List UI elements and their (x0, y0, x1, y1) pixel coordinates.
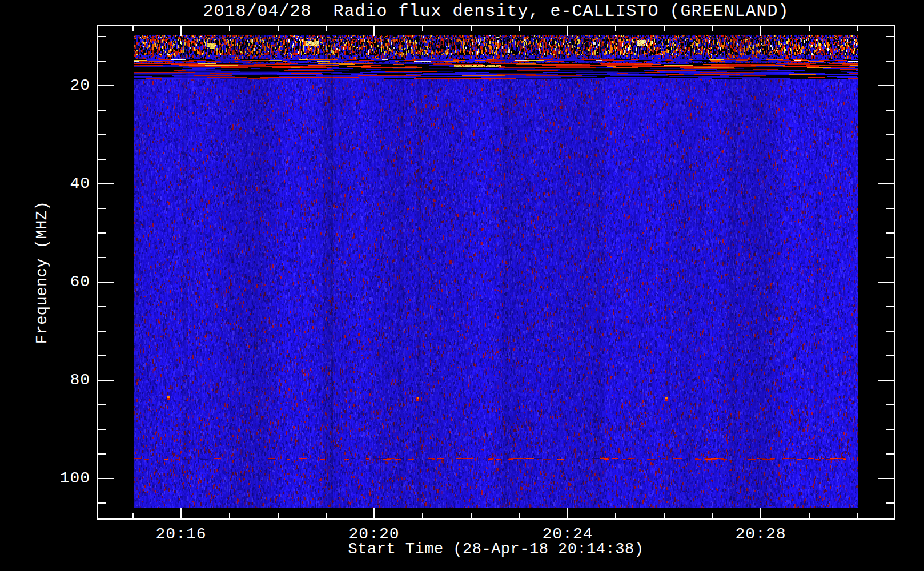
plot-frame (97, 25, 895, 520)
x-minor-tick-top (278, 26, 279, 31)
x-major-tick-top (180, 26, 182, 36)
y-major-tick (98, 282, 114, 283)
x-tick-label: 20:24 (542, 525, 593, 543)
y-minor-tick (98, 429, 106, 430)
y-minor-tick (98, 208, 106, 209)
y-minor-tick (98, 232, 106, 234)
x-major-tick (180, 508, 182, 518)
x-axis-label: Start Time (28-Apr-18 20:14:38) (97, 541, 895, 558)
x-minor-tick (857, 513, 858, 518)
y-minor-tick-right (886, 453, 894, 455)
x-minor-tick (471, 513, 472, 518)
y-axis-label: Frequency (MHZ) (34, 201, 51, 344)
x-major-tick-top (760, 26, 761, 36)
y-major-tick-right (878, 183, 894, 184)
x-minor-tick-top (615, 26, 616, 31)
y-minor-tick-right (886, 208, 894, 209)
y-major-tick-right (878, 380, 894, 381)
y-tick-label: 100 (43, 471, 90, 486)
x-tick-label: 20:16 (155, 525, 206, 543)
x-minor-tick (712, 513, 713, 518)
y-minor-tick (98, 331, 106, 332)
y-minor-tick (98, 110, 106, 111)
y-minor-tick (98, 257, 106, 258)
y-major-tick-right (878, 478, 894, 479)
x-minor-tick (132, 513, 134, 518)
y-tick-label: 80 (43, 372, 90, 388)
x-tick-label: 20:20 (348, 525, 399, 543)
y-minor-tick (98, 404, 106, 405)
x-tick-label: 20:28 (735, 525, 786, 543)
x-minor-tick-top (664, 26, 665, 31)
x-minor-tick (809, 513, 810, 518)
y-minor-tick (98, 134, 106, 135)
x-minor-tick-top (712, 26, 713, 31)
y-minor-tick-right (886, 331, 894, 332)
y-tick-label: 40 (43, 176, 90, 192)
y-major-tick (98, 478, 114, 479)
y-minor-tick-right (886, 36, 894, 37)
x-minor-tick-top (422, 26, 423, 31)
y-major-tick (98, 380, 114, 381)
x-minor-tick-top (229, 26, 230, 31)
y-minor-tick-right (886, 134, 894, 135)
x-minor-tick (519, 513, 520, 518)
x-minor-tick-top (809, 26, 810, 31)
chart-title: 2018/04/28 Radio flux density, e-CALLIST… (97, 2, 895, 21)
y-minor-tick-right (886, 502, 894, 504)
y-minor-tick-right (886, 355, 894, 356)
y-minor-tick (98, 61, 106, 62)
y-minor-tick (98, 36, 106, 37)
y-minor-tick (98, 355, 106, 356)
y-minor-tick (98, 453, 106, 455)
x-minor-tick (615, 513, 616, 518)
y-major-tick-right (878, 282, 894, 283)
y-minor-tick-right (886, 306, 894, 307)
x-minor-tick (422, 513, 423, 518)
x-minor-tick (229, 513, 230, 518)
x-minor-tick (664, 513, 665, 518)
y-minor-tick-right (886, 159, 894, 160)
y-tick-label: 20 (43, 78, 90, 94)
x-major-tick-top (567, 26, 568, 36)
x-major-tick (373, 508, 375, 518)
y-minor-tick-right (886, 110, 894, 111)
x-major-tick (760, 508, 761, 518)
y-major-tick (98, 85, 114, 86)
screenshot-root: 2018/04/28 Radio flux density, e-CALLIST… (0, 0, 924, 571)
y-minor-tick-right (886, 61, 894, 62)
x-major-tick-top (373, 26, 375, 36)
y-minor-tick-right (886, 429, 894, 430)
x-minor-tick-top (857, 26, 858, 31)
x-minor-tick-top (519, 26, 520, 31)
x-minor-tick-top (471, 26, 472, 31)
y-minor-tick (98, 502, 106, 504)
y-minor-tick-right (886, 232, 894, 234)
y-minor-tick-right (886, 404, 894, 405)
y-minor-tick (98, 159, 106, 160)
y-minor-tick (98, 306, 106, 307)
x-major-tick (567, 508, 568, 518)
x-minor-tick-top (326, 26, 327, 31)
y-minor-tick-right (886, 257, 894, 258)
y-major-tick-right (878, 85, 894, 86)
x-minor-tick-top (132, 26, 134, 31)
x-minor-tick (326, 513, 327, 518)
y-major-tick (98, 183, 114, 184)
y-tick-label: 60 (43, 274, 90, 290)
x-minor-tick (278, 513, 279, 518)
